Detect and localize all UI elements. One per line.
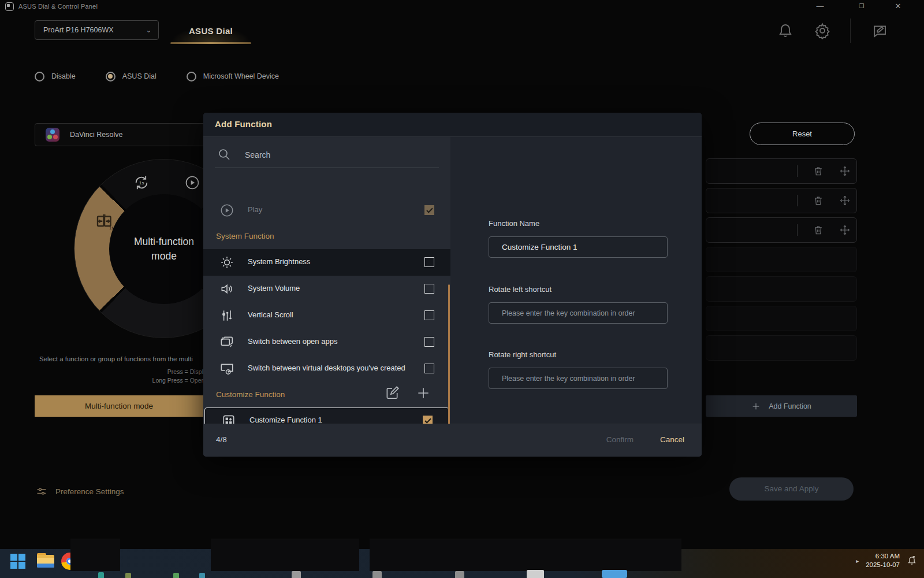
trash-icon[interactable]	[813, 165, 824, 177]
taskbar-app-icon[interactable]	[199, 573, 205, 578]
device-selector[interactable]: ProArt P16 H7606WX ⌄	[35, 20, 159, 40]
refresh-badge: 1s	[139, 180, 144, 186]
function-list-panel: PlaySystem FunctionSystem BrightnessSyst…	[203, 137, 450, 424]
checkbox[interactable]	[424, 310, 434, 320]
reset-button[interactable]: Reset	[750, 123, 855, 145]
sliders-icon	[36, 486, 47, 497]
selection-counter: 4/8	[216, 435, 227, 444]
minimize-button[interactable]: —	[808, 0, 832, 14]
taskbar-clock[interactable]: 6:30 AM 2025-10-07	[866, 552, 900, 569]
trash-icon[interactable]	[813, 195, 824, 206]
modal-header: Add Function	[203, 113, 702, 137]
rotate-left-label: Rotate left shortcut	[489, 285, 552, 294]
multi-function-mode-button[interactable]: Multi-function mode	[35, 395, 203, 417]
function-item-switch-between-virtual-desktops-you-ve-created[interactable]: Switch between virtual desktops you've c…	[203, 355, 450, 382]
taskbar-app-icon[interactable]	[372, 571, 382, 578]
function-item-label: Vertical Scroll	[248, 310, 293, 319]
mode-radio-asus-dial[interactable]: ASUS Dial	[106, 69, 157, 83]
file-explorer-button[interactable]	[37, 553, 54, 568]
add-function-label: Add Function	[769, 402, 811, 410]
mode-radio-disable[interactable]: Disable	[35, 69, 76, 83]
function-item-system-brightness[interactable]: System Brightness	[203, 249, 450, 276]
taskbar-app-icon-active[interactable]	[602, 570, 627, 578]
section-header-customize-function: Customize Function	[216, 390, 285, 399]
checkbox[interactable]	[424, 257, 434, 267]
clock-time: 6:30 AM	[866, 552, 900, 561]
refresh-1s-icon[interactable]: 1s	[132, 173, 151, 192]
feedback-icon[interactable]	[871, 22, 888, 39]
add-function-button[interactable]: Add Function	[706, 395, 857, 417]
radio-icon	[187, 72, 196, 81]
function-item-label: Switch between open apps	[248, 337, 337, 346]
desktop: ASUS Dial & Control Panel — ❐ ✕ ProArt P…	[0, 0, 924, 578]
function-item-play[interactable]: Play	[203, 197, 450, 224]
windows-logo-icon	[10, 554, 25, 569]
radio-label: ASUS Dial	[122, 72, 157, 80]
taskbar-app-icon[interactable]	[292, 571, 301, 578]
taskbar-app-icon[interactable]	[125, 573, 131, 578]
move-icon[interactable]	[839, 195, 851, 206]
plus-icon[interactable]	[416, 386, 431, 401]
checkbox[interactable]	[424, 284, 434, 294]
function-item-system-volume[interactable]: System Volume	[203, 276, 450, 302]
play-segment-icon[interactable]	[184, 175, 200, 191]
function-name-input[interactable]	[489, 236, 668, 258]
save-and-apply-button[interactable]: Save and Apply	[729, 477, 854, 501]
add-function-modal: Add Function PlaySystem FunctionSystem B…	[203, 113, 702, 457]
background-window	[70, 539, 120, 571]
taskbar-app-icon[interactable]	[98, 572, 104, 578]
function-item-switch-between-open-apps[interactable]: Switch between open apps	[203, 329, 450, 355]
notification-bell-icon[interactable]	[777, 22, 794, 39]
function-detail-panel: Function Name Rotate left shortcut Rotat…	[450, 137, 702, 424]
function-item-label: System Brightness	[248, 257, 310, 266]
window-title: ASUS Dial & Control Panel	[18, 3, 98, 10]
function-item-label: System Volume	[248, 284, 300, 292]
chevron-down-icon: ⌄	[146, 21, 151, 39]
radio-icon	[35, 72, 44, 81]
move-icon[interactable]	[839, 165, 851, 177]
mode-radio-microsoft-wheel-device[interactable]: Microsoft Wheel Device	[187, 69, 279, 83]
rotate-left-input[interactable]	[489, 302, 668, 324]
row-divider	[797, 195, 798, 206]
checkbox[interactable]	[424, 205, 434, 215]
background-window	[211, 539, 359, 571]
assigned-function-row	[706, 188, 857, 213]
trash-icon[interactable]	[813, 224, 824, 236]
function-name-label: Function Name	[489, 219, 539, 228]
volume-icon	[219, 281, 234, 297]
virtual-desktops-icon	[219, 361, 234, 376]
taskbar-app-icon[interactable]	[527, 570, 544, 578]
checkbox[interactable]	[424, 364, 434, 373]
long-press-hint: Long Press = Oper	[35, 376, 203, 385]
brightness-icon	[219, 255, 234, 270]
taskbar-app-icon[interactable]	[173, 573, 179, 578]
assigned-function-row	[706, 217, 857, 243]
maximize-button[interactable]: ❐	[850, 0, 873, 14]
list-scrollbar[interactable]	[448, 284, 450, 436]
edit-icon[interactable]	[385, 386, 400, 401]
taskbar-app-icon[interactable]	[455, 571, 464, 578]
system-tray: ▸ 6:30 AM 2025-10-07	[856, 552, 917, 569]
empty-function-row	[706, 276, 857, 302]
tab-underline	[170, 42, 251, 44]
confirm-button[interactable]: Confirm	[606, 435, 634, 444]
tab-asus-dial[interactable]: ASUS Dial	[170, 21, 251, 43]
preference-settings-label: Preference Settings	[55, 487, 124, 496]
row-divider	[797, 224, 798, 236]
start-button[interactable]	[10, 554, 25, 569]
function-item-label: Customize Function 1	[249, 416, 322, 424]
settings-gear-icon[interactable]	[814, 22, 831, 39]
function-item-vertical-scroll[interactable]: Vertical Scroll	[203, 302, 450, 329]
rotate-right-label: Rotate right shortcut	[489, 350, 556, 359]
preference-settings-button[interactable]: Preference Settings	[36, 486, 124, 497]
rotate-right-input[interactable]	[489, 368, 668, 389]
close-button[interactable]: ✕	[886, 0, 910, 14]
cancel-button[interactable]: Cancel	[660, 435, 684, 444]
search-input[interactable]	[245, 146, 430, 164]
tray-notification-icon[interactable]	[907, 555, 917, 566]
plus-icon	[751, 402, 761, 411]
checkbox[interactable]	[424, 337, 434, 347]
tray-chevron-icon[interactable]: ▸	[856, 558, 859, 564]
move-icon[interactable]	[839, 224, 851, 236]
davinci-resolve-icon	[46, 128, 59, 142]
